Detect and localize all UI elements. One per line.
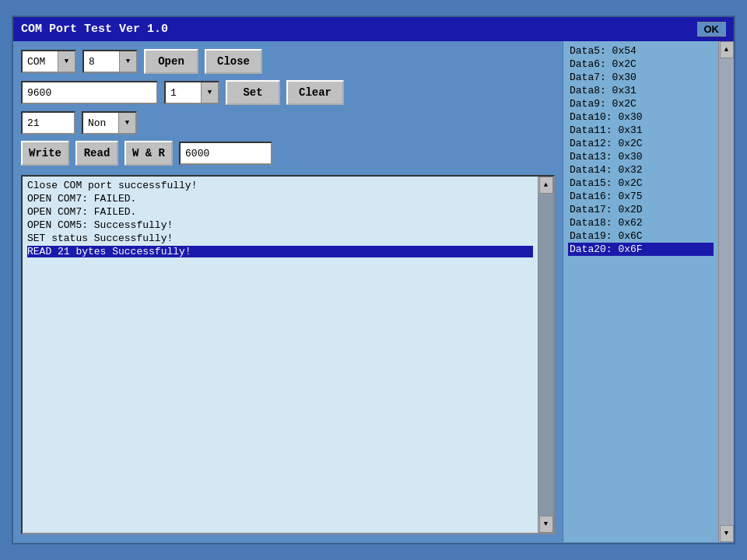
row-write-read: Write Read W & R	[21, 141, 555, 166]
port-num-arrow[interactable]: ▼	[119, 51, 136, 72]
set-button[interactable]: Set	[226, 80, 280, 105]
parity-value: Non	[83, 117, 118, 129]
row-baud-set: 1 ▼ Set Clear	[21, 80, 555, 105]
data-list-item[interactable]: Data8: 0x31	[568, 84, 714, 97]
data-bits-value: 1	[166, 87, 201, 99]
log-scroll-track	[538, 194, 553, 516]
data-list-item[interactable]: Data18: 0x62	[568, 216, 714, 229]
data-list: Data5: 0x54Data6: 0x2CData7: 0x30Data8: …	[563, 41, 718, 542]
right-scroll-down[interactable]: ▼	[720, 525, 734, 542]
log-line[interactable]: OPEN COM5: Successfully!	[27, 219, 533, 231]
write-button[interactable]: Write	[21, 141, 69, 166]
port-num-value: 8	[84, 56, 119, 68]
data-list-item[interactable]: Data11: 0x31	[568, 124, 714, 137]
left-panel: COM ▼ 8 ▼ Open Close 1 ▼ Set Clear	[13, 41, 563, 542]
data-list-item[interactable]: Data20: 0x6F	[568, 243, 714, 256]
ok-button[interactable]: OK	[697, 22, 727, 37]
byte-count-input[interactable]	[21, 111, 75, 135]
data-list-item[interactable]: Data10: 0x30	[568, 110, 714, 124]
com-port-arrow[interactable]: ▼	[58, 51, 75, 72]
read-button[interactable]: Read	[75, 141, 118, 166]
right-scrollbar: ▲ ▼	[718, 41, 734, 542]
row-com-open: COM ▼ 8 ▼ Open Close	[21, 49, 555, 74]
data-list-item[interactable]: Data19: 0x6C	[568, 229, 714, 243]
log-area-wrapper: Close COM port successfully!OPEN COM7: F…	[21, 175, 555, 534]
open-button[interactable]: Open	[144, 49, 198, 74]
log-line[interactable]: OPEN COM7: FAILED.	[27, 206, 533, 218]
parity-dropdown[interactable]: Non ▼	[82, 111, 137, 135]
log-scrollbar: ▲ ▼	[538, 177, 553, 533]
log-line[interactable]: READ 21 bytes Successfully!	[27, 246, 533, 257]
close-button[interactable]: Close	[205, 49, 262, 74]
data-list-item[interactable]: Data6: 0x2C	[568, 58, 714, 71]
log-scroll-down[interactable]: ▼	[539, 516, 553, 533]
data-list-item[interactable]: Data16: 0x75	[568, 190, 714, 203]
right-panel: Data5: 0x54Data6: 0x2CData7: 0x30Data8: …	[563, 41, 734, 542]
data-list-item[interactable]: Data7: 0x30	[568, 71, 714, 84]
baud-rate-input[interactable]	[21, 81, 158, 104]
log-line[interactable]: SET status Successfully!	[27, 233, 533, 244]
data-list-item[interactable]: Data17: 0x2D	[568, 203, 714, 216]
data-list-item[interactable]: Data15: 0x2C	[568, 177, 714, 190]
port-num-dropdown[interactable]: 8 ▼	[82, 50, 138, 73]
data-list-item[interactable]: Data13: 0x30	[568, 150, 714, 163]
right-scroll-track	[719, 58, 734, 525]
app-window: COM Port Test Ver 1.0 OK COM ▼ 8 ▼ Open …	[12, 16, 735, 544]
data-list-item[interactable]: Data5: 0x54	[568, 44, 714, 58]
com-port-value: COM	[23, 56, 58, 68]
parity-arrow[interactable]: ▼	[118, 113, 135, 133]
data-bits-dropdown[interactable]: 1 ▼	[164, 81, 219, 104]
log-line[interactable]: Close COM port successfully!	[27, 180, 533, 191]
log-line[interactable]: OPEN COM7: FAILED.	[27, 193, 533, 205]
right-scroll-up[interactable]: ▲	[720, 41, 734, 58]
data-bits-arrow[interactable]: ▼	[201, 82, 218, 103]
wr-button[interactable]: W & R	[124, 141, 173, 166]
data-list-item[interactable]: Data12: 0x2C	[568, 137, 714, 150]
com-port-dropdown[interactable]: COM ▼	[21, 50, 76, 73]
log-area: Close COM port successfully!OPEN COM7: F…	[23, 177, 538, 533]
app-title: COM Port Test Ver 1.0	[21, 23, 168, 36]
iter-count-input[interactable]	[179, 142, 272, 165]
row-byte-parity: Non ▼	[21, 111, 555, 135]
title-bar: COM Port Test Ver 1.0 OK	[13, 17, 734, 41]
clear-button[interactable]: Clear	[286, 80, 344, 105]
log-scroll-up[interactable]: ▲	[539, 177, 553, 194]
main-content: COM ▼ 8 ▼ Open Close 1 ▼ Set Clear	[13, 41, 734, 542]
data-list-item[interactable]: Data9: 0x2C	[568, 97, 714, 110]
right-panel-inner: Data5: 0x54Data6: 0x2CData7: 0x30Data8: …	[563, 41, 734, 542]
data-list-item[interactable]: Data14: 0x32	[568, 163, 714, 177]
